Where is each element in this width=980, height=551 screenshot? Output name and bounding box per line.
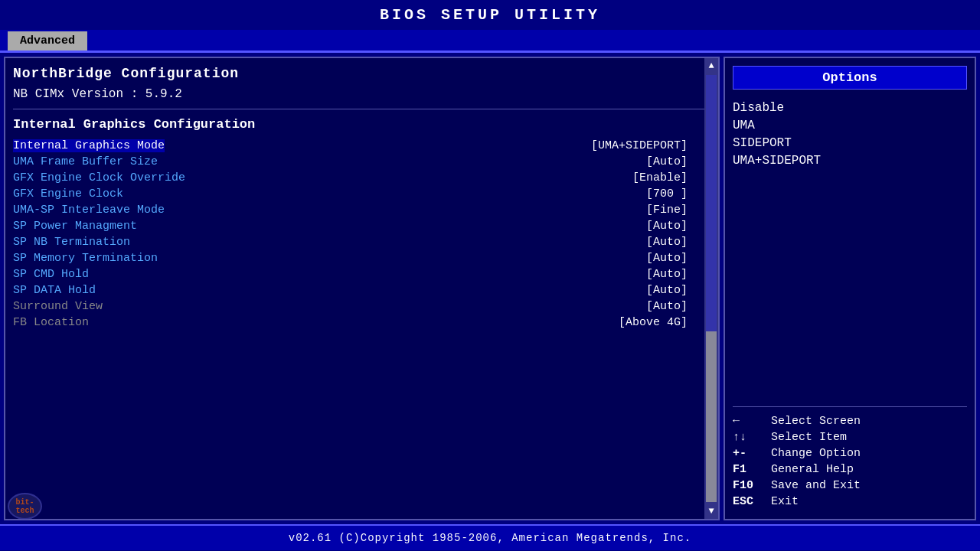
key-symbol-4: F10: [733, 479, 771, 492]
config-item-9[interactable]: SP DATA Hold[Auto]: [13, 284, 710, 297]
config-item-0[interactable]: Internal Graphics Mode[UMA+SIDEPORT]: [13, 139, 710, 152]
key-symbol-0: ←: [733, 415, 771, 428]
config-label-6: SP NB Termination: [13, 236, 130, 249]
config-value-9: [Auto]: [646, 284, 688, 297]
keybinding-2: +-Change Option: [733, 447, 967, 460]
option-item-3[interactable]: UMA+SIDEPORT: [733, 154, 967, 168]
scroll-down-arrow[interactable]: ▼: [706, 504, 716, 519]
keybinding-5: ESCExit: [733, 495, 967, 508]
option-item-2[interactable]: SIDEPORT: [733, 136, 967, 150]
config-label-0: Internal Graphics Mode: [13, 139, 165, 152]
tab-advanced[interactable]: Advanced: [8, 31, 87, 51]
keybinding-3: F1General Help: [733, 463, 967, 476]
config-item-1[interactable]: UMA Frame Buffer Size[Auto]: [13, 155, 710, 168]
config-value-5: [Auto]: [646, 220, 688, 233]
main-content: NorthBridge Configuration NB CIMx Versio…: [0, 53, 980, 524]
config-label-10: Surround View: [13, 300, 103, 313]
key-description-5: Exit: [771, 495, 799, 508]
options-header: Options: [733, 66, 967, 90]
tab-bar: Advanced: [0, 30, 980, 53]
keybindings-list: ←Select Screen↑↓Select Item+-Change Opti…: [733, 415, 967, 508]
config-label-5: SP Power Managment: [13, 220, 137, 233]
keybinding-4: F10Save and Exit: [733, 479, 967, 492]
scroll-up-arrow[interactable]: ▲: [706, 58, 716, 73]
config-item-2[interactable]: GFX Engine Clock Override[Enable]: [13, 171, 710, 184]
key-description-1: Select Item: [771, 431, 847, 444]
config-label-3: GFX Engine Clock: [13, 187, 123, 201]
scroll-track: [706, 75, 717, 502]
scroll-thumb-top: [706, 75, 717, 331]
config-list: Internal Graphics Mode[UMA+SIDEPORT] UMA…: [13, 139, 710, 329]
right-panel: Options DisableUMASIDEPORTUMA+SIDEPORT ←…: [724, 57, 976, 520]
config-value-7: [Auto]: [646, 252, 688, 265]
config-value-0: [UMA+SIDEPORT]: [591, 139, 688, 152]
logo-watermark: bit-tech: [8, 493, 46, 523]
config-label-1: UMA Frame Buffer Size: [13, 155, 158, 168]
config-label-8: SP CMD Hold: [13, 268, 89, 281]
config-value-10: [Auto]: [646, 300, 688, 313]
config-item-7[interactable]: SP Memory Termination[Auto]: [13, 252, 710, 265]
config-label-11: FB Location: [13, 316, 89, 329]
config-value-11: [Above 4G]: [619, 316, 688, 329]
config-label-2: GFX Engine Clock Override: [13, 171, 185, 184]
footer-bar: v02.61 (C)Copyright 1985-2006, American …: [0, 524, 980, 550]
config-value-2: [Enable]: [632, 171, 688, 184]
key-description-4: Save and Exit: [771, 479, 861, 492]
config-item-11[interactable]: FB Location[Above 4G]: [13, 316, 710, 329]
key-symbol-1: ↑↓: [733, 431, 771, 444]
logo-icon: bit-tech: [8, 493, 42, 520]
scrollbar[interactable]: ▲ ▼: [704, 58, 718, 519]
scroll-thumb-bottom: [706, 331, 717, 502]
keybinding-0: ←Select Screen: [733, 415, 967, 428]
options-list: DisableUMASIDEPORTUMA+SIDEPORT: [733, 101, 967, 171]
bios-title: BIOS SETUP UTILITY: [380, 6, 600, 24]
left-panel: NorthBridge Configuration NB CIMx Versio…: [4, 57, 720, 520]
option-item-0[interactable]: Disable: [733, 101, 967, 115]
key-description-3: General Help: [771, 463, 854, 476]
nb-version: NB CIMx Version : 5.9.2: [13, 87, 710, 101]
config-label-9: SP DATA Hold: [13, 284, 96, 297]
footer-text: v02.61 (C)Copyright 1985-2006, American …: [289, 532, 691, 544]
keybinding-1: ↑↓Select Item: [733, 431, 967, 444]
graphics-config-heading: Internal Graphics Configuration: [13, 117, 710, 132]
key-symbol-2: +-: [733, 447, 771, 460]
config-value-4: [Fine]: [646, 204, 688, 217]
config-value-3: [700 ]: [646, 187, 688, 201]
config-item-3[interactable]: GFX Engine Clock[700 ]: [13, 187, 710, 201]
keybindings-section: ←Select Screen↑↓Select Item+-Change Opti…: [733, 406, 967, 511]
key-symbol-5: ESC: [733, 495, 771, 508]
config-item-5[interactable]: SP Power Managment[Auto]: [13, 220, 710, 233]
divider-1: [13, 109, 710, 109]
config-item-6[interactable]: SP NB Termination[Auto]: [13, 236, 710, 249]
northbridge-heading: NorthBridge Configuration: [13, 66, 710, 81]
key-symbol-3: F1: [733, 463, 771, 476]
key-description-0: Select Screen: [771, 415, 861, 428]
config-label-7: SP Memory Termination: [13, 252, 158, 265]
config-item-10[interactable]: Surround View[Auto]: [13, 300, 710, 313]
title-bar: BIOS SETUP UTILITY: [0, 0, 980, 30]
key-description-2: Change Option: [771, 447, 861, 460]
config-label-4: UMA-SP Interleave Mode: [13, 204, 165, 217]
config-item-8[interactable]: SP CMD Hold[Auto]: [13, 268, 710, 281]
option-item-1[interactable]: UMA: [733, 119, 967, 132]
config-value-8: [Auto]: [646, 268, 688, 281]
config-item-4[interactable]: UMA-SP Interleave Mode[Fine]: [13, 204, 710, 217]
config-value-6: [Auto]: [646, 236, 688, 249]
config-value-1: [Auto]: [646, 155, 688, 168]
